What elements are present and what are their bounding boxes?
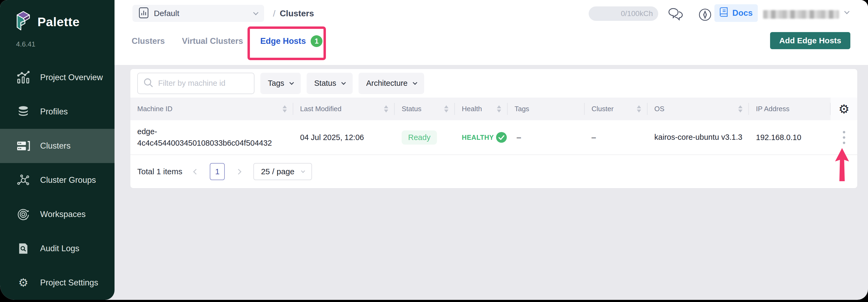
column-label: IP Address <box>756 105 789 113</box>
sidebar-item-project-settings[interactable]: ⚙ Project Settings <box>0 266 115 300</box>
cell-cluster: – <box>585 120 648 155</box>
tab-edge-hosts-label: Edge Hosts <box>260 36 306 46</box>
chevron-down-icon <box>413 80 417 85</box>
user-name-redacted[interactable] <box>763 10 839 19</box>
page-title: Clusters <box>280 8 314 19</box>
sidebar-item-clusters[interactable]: Clusters <box>0 129 115 163</box>
sidebar-item-profiles[interactable]: Profiles <box>0 95 115 129</box>
sort-icon[interactable] <box>283 105 287 112</box>
column-ip-address: IP Address <box>749 98 831 120</box>
table-header: Machine ID Last Modified Status Health T… <box>130 98 857 120</box>
tags-filter-dropdown[interactable]: Tags <box>260 73 301 94</box>
project-overview-icon <box>16 71 31 85</box>
cell-ip-address: 192.168.0.10 <box>749 120 831 155</box>
usage-meter-value: 0/100kCh <box>621 9 653 18</box>
user-menu-chevron-icon[interactable] <box>844 9 849 14</box>
sort-icon[interactable] <box>384 105 388 112</box>
cell-tags: – <box>507 120 585 155</box>
table-row[interactable]: edge-4c4c4544003450108033b6c04f504432 04… <box>130 120 857 155</box>
tab-edge-hosts[interactable]: Edge Hosts 1 <box>260 35 323 47</box>
cell-os: kairos-core-ubuntu v3.1.3 <box>648 120 749 155</box>
page-size-selector[interactable]: 25 / page <box>253 163 312 180</box>
column-machine-id: Machine ID <box>130 98 293 120</box>
cluster-value: – <box>592 133 596 142</box>
cluster-groups-icon <box>16 173 31 187</box>
chevron-down-icon <box>301 169 305 173</box>
health-value: HEALTHY <box>462 134 494 141</box>
architecture-filter-label: Architecture <box>366 79 407 88</box>
tags-value: – <box>517 133 521 142</box>
chevron-down-icon <box>289 80 294 85</box>
audit-logs-icon <box>16 242 31 255</box>
edge-hosts-panel: Tags Status Architecture Machine ID <box>130 69 858 189</box>
chevron-down-icon <box>253 10 258 15</box>
app-version: 4.6.41 <box>16 40 35 48</box>
docs-label: Docs <box>732 8 753 18</box>
cell-last-modified: 04 Jul 2025, 12:06 <box>293 120 395 155</box>
sidebar: Palette 4.6.41 Project Overview <box>0 0 115 300</box>
column-last-modified: Last Modified <box>293 98 395 120</box>
bar-chart-icon <box>139 7 149 20</box>
add-edge-hosts-label: Add Edge Hosts <box>779 36 841 45</box>
add-edge-hosts-button[interactable]: Add Edge Hosts <box>770 32 850 49</box>
pagination: Total 1 items 1 25 / page <box>130 155 857 188</box>
sidebar-item-workspaces[interactable]: Workspaces <box>0 197 115 231</box>
next-page-button[interactable] <box>236 169 241 174</box>
header: Default / Clusters 0/100kCh <box>115 0 868 65</box>
column-label: OS <box>654 105 664 113</box>
filter-bar: Tags Status Architecture <box>130 69 857 98</box>
column-label: Health <box>462 105 482 113</box>
column-tags: Tags <box>507 98 585 120</box>
project-selector-value: Default <box>154 9 179 18</box>
machine-id-search[interactable] <box>137 73 254 94</box>
chat-icon[interactable] <box>668 7 683 23</box>
architecture-filter-dropdown[interactable]: Architecture <box>359 73 424 94</box>
chevron-down-icon <box>341 80 346 85</box>
edge-hosts-count-badge: 1 <box>311 35 322 47</box>
column-settings-button[interactable]: ⚙ <box>831 98 857 120</box>
os-value: kairos-core-ubuntu v3.1.3 <box>654 132 743 143</box>
sidebar-item-project-overview[interactable]: Project Overview <box>0 60 115 95</box>
workspaces-icon <box>16 208 31 221</box>
check-circle-icon <box>496 132 507 143</box>
project-selector[interactable]: Default <box>132 5 264 22</box>
book-icon <box>719 7 728 19</box>
app-name: Palette <box>37 14 80 29</box>
column-label: Last Modified <box>300 105 342 113</box>
tab-clusters[interactable]: Clusters <box>132 36 165 46</box>
sidebar-item-audit-logs[interactable]: Audit Logs <box>0 231 115 266</box>
clusters-icon <box>16 139 31 153</box>
kebab-menu-icon <box>843 131 845 144</box>
sort-icon[interactable] <box>497 105 501 112</box>
sort-icon[interactable] <box>637 105 641 112</box>
sidebar-item-label: Profiles <box>40 107 68 116</box>
column-cluster: Cluster <box>585 98 648 120</box>
logo[interactable]: Palette <box>15 10 80 33</box>
sort-icon[interactable] <box>738 105 743 112</box>
tab-virtual-clusters[interactable]: Virtual Clusters <box>182 36 243 46</box>
gear-icon: ⚙ <box>16 277 31 289</box>
profiles-icon <box>16 105 31 118</box>
sidebar-item-label: Workspaces <box>40 209 86 219</box>
sidebar-item-cluster-groups[interactable]: Cluster Groups <box>0 163 115 197</box>
palette-logo-icon <box>15 10 32 33</box>
docs-button[interactable]: Docs <box>714 4 758 22</box>
sort-icon[interactable] <box>444 105 448 112</box>
compass-icon[interactable] <box>699 8 712 23</box>
sidebar-item-label: Project Settings <box>40 278 98 288</box>
column-label: Tags <box>515 105 529 113</box>
status-badge: Ready <box>402 130 437 144</box>
machine-id-value: edge-4c4c4544003450108033b6c04f504432 <box>137 126 282 149</box>
app-window: Palette 4.6.41 Project Overview <box>0 0 868 300</box>
search-input[interactable] <box>158 79 249 88</box>
usage-meter: 0/100kCh <box>589 6 658 21</box>
search-icon <box>143 77 154 89</box>
page-number[interactable]: 1 <box>210 163 225 180</box>
column-label: Cluster <box>592 105 614 113</box>
status-filter-dropdown[interactable]: Status <box>307 73 353 94</box>
gear-icon: ⚙ <box>838 103 849 115</box>
row-actions-menu[interactable] <box>831 120 857 155</box>
breadcrumb-separator: / <box>273 8 275 19</box>
ip-address-value: 192.168.0.10 <box>756 133 801 142</box>
previous-page-button[interactable] <box>193 169 199 174</box>
